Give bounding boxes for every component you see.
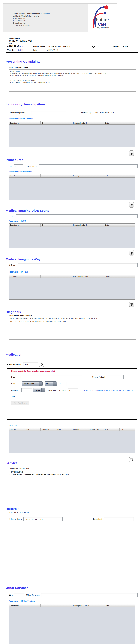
drug-list-delete-button[interactable] [129,457,134,462]
table-header-cell: Investigation/Service [72,275,104,278]
lab-investigation-input[interactable] [31,111,66,115]
other-services-input-row: Qty : Other Services : [9,593,139,597]
lab-table-header: Department ID Investigation/Service Stat… [9,122,135,124]
procedures-qty-input[interactable] [14,164,23,168]
complaints-sublabel: Enter Complaints Here [9,66,139,68]
xray-table-body [9,278,135,300]
consultant-label: Consultant [93,518,102,520]
xray-delete-row [9,302,134,307]
lab-table: Department ID Investigation/Service Stat… [9,121,136,148]
procedures-table: Department ID Investigation/Service Stat… [9,174,136,200]
prescription-id-input[interactable] [23,362,38,366]
table-header-cell: Way [56,428,72,431]
company-header: Future Care by Future Holdings (Pty) Lim… [3,4,117,32]
procedures-input[interactable] [39,164,138,168]
uss-input[interactable] [16,214,138,218]
table-header-cell: Status [104,604,135,607]
other-services-label: Other Services : [26,594,40,596]
xray-label: X-Rays : [9,264,18,266]
meal-select[interactable]: Before Meal ▼ [22,382,42,386]
total-row: Total : [11,395,135,398]
other-services-qty-input[interactable] [14,593,24,597]
table-header-cell: ID [40,224,72,226]
recommended-xray-link[interactable]: Recommended X-Rays [9,271,139,273]
xrays-input[interactable] [18,263,138,267]
drug-label: Drug [11,376,20,378]
meal-select-value: Before Meal [22,382,39,386]
per-meal-input[interactable] [68,388,78,392]
visit-date-value: 2025-11-13 [48,49,58,51]
dropdown-arrow-icon: ▼ [53,382,57,386]
special-notes-input[interactable] [106,375,124,379]
company-name: Future Care by Future Holdings (Pty) Lim… [13,12,58,14]
uss-delete-button[interactable] [129,250,134,256]
other-services-input[interactable] [41,593,138,597]
refresh-icon [40,362,43,366]
dose-input[interactable] [59,382,67,386]
drug-input[interactable] [22,375,82,379]
colon: : [119,46,122,48]
duration-row: Duration : Day/s ▼ Drugs/Tablets per mea… [11,388,135,392]
colon: : [16,46,18,48]
table-header-cell: ID [40,174,72,177]
add-drug-row: Add Drug [11,401,135,406]
age-value: 50 [97,46,99,48]
table-header-cell: Investigation/Service [72,174,104,177]
drug-entry-box: Please select the Drug from Drug suggess… [6,368,137,420]
duration-input[interactable] [21,388,32,392]
diagnosis-textarea[interactable]: TRANSIENT HYPERHYDROSIS IN A KNOWN HTN ?… [9,317,136,340]
gender-label: Gender [112,46,119,48]
add-drug-button[interactable]: Add Drug [11,401,30,406]
drug-list-label: Drug List [9,424,139,426]
referral-list-box[interactable] [9,524,136,581]
patient-id-label: Patient ID [7,46,16,48]
company-phone-1: T: +24 82 593 593 [13,17,58,20]
table-header-cell: Drug [25,428,40,431]
consultant-input[interactable] [104,517,134,521]
referrals-sublabel: Select the needed Refferal [9,511,139,514]
table-header-cell: Fequency [40,428,56,431]
duration-unit-select[interactable]: Day/s ▼ [33,388,45,392]
procedures-qty-label: Qty : [9,165,12,167]
complaints-textarea[interactable]: PATIENT SEEN. BEING EVALUATED TRANSIENT … [9,70,136,92]
recommended-lab-link[interactable]: Recommended Lab Testings [9,118,139,120]
table-header-cell: Note [104,428,120,431]
lab-delete-row [9,150,134,156]
diagnosis-sublabel: Enter Diagnosis Details Here [9,314,139,316]
referring-doctor-label: Reffering Doctor [9,518,22,520]
xray-delete-button[interactable] [129,302,134,307]
recommended-procedures-link[interactable]: Recommended Procedures [9,171,139,173]
section-referrals-title: Refferals [6,507,139,511]
other-services-table-header: Department ID Investigation / Service St… [9,604,135,608]
frequency-select[interactable]: OD ▼ [44,382,57,386]
referred-by-label: Reffered By : [81,112,92,114]
recommended-other-link[interactable]: Recommended Other Services [9,600,139,602]
patient-info-box: Patient ID : 12018 Patient Name : DEINA … [6,44,138,53]
procedures-delete-button[interactable] [129,202,134,208]
patient-name-value: DEINA STELLA HOARAU [48,46,70,48]
uss-input-row: USS : [9,214,139,218]
table-header-cell: Department [9,224,40,226]
table-header-cell: Status [104,275,135,278]
refresh-button[interactable] [39,362,44,367]
uss-table: Department ID Investigation/Service Stat… [9,224,136,248]
logo-heart-icon: ♥ [100,24,102,26]
referring-doctor-input[interactable] [24,517,62,521]
advice-textarea[interactable]: 1 DAY SICK LEAVE. COUNSEL PATIENT TO REP… [9,470,136,499]
logo-swoosh-icon: Future Care ♥ Body Mind Soul [88,4,117,32]
lab-delete-button[interactable] [129,150,134,156]
section-other-services-title: Other Services [6,586,139,590]
logo-word-future: Future [96,17,109,22]
uss-label: USS : [9,215,16,218]
colon: : [16,49,18,51]
visit-id-label: Visit ID [7,49,16,51]
recommended-uss-link[interactable]: Recommended USS [9,220,139,222]
table-header-cell: Status [104,174,135,177]
section-procedures-title: Procedures [6,158,139,162]
other-services-table: Department ID Investigation / Service St… [9,604,136,644]
frequency-select-value: OD [45,382,53,386]
prescription-id-label: Prescription ID : [7,363,22,366]
procedures-table-header: Department ID Investigation/Service Stat… [9,174,135,178]
trash-icon [130,303,133,306]
company-info: Future Care by Future Holdings (Pty) Lim… [13,12,58,27]
